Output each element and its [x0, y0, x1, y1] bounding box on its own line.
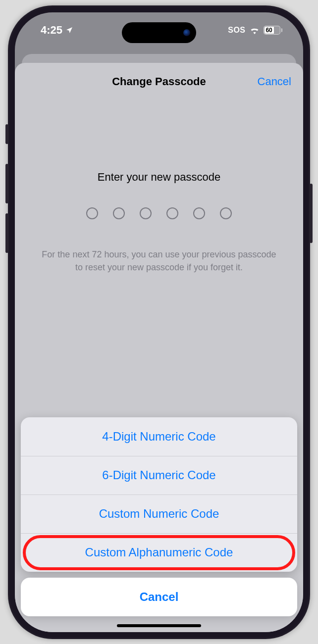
- passcode-dot: [193, 207, 205, 219]
- status-left: 4:25: [41, 24, 73, 37]
- sheet-title: Change Passcode: [112, 75, 206, 88]
- action-sheet-options: 4-Digit Numeric Code 6-Digit Numeric Cod…: [21, 417, 297, 572]
- option-label: Custom Alphanumeric Code: [85, 545, 233, 559]
- passcode-dot: [86, 207, 98, 219]
- option-4-digit-numeric[interactable]: 4-Digit Numeric Code: [21, 417, 297, 456]
- status-time: 4:25: [41, 24, 62, 37]
- home-indicator[interactable]: [117, 624, 201, 627]
- sos-indicator: SOS: [228, 26, 245, 35]
- dynamic-island: [122, 22, 196, 43]
- option-custom-alphanumeric[interactable]: Custom Alphanumeric Code: [21, 533, 297, 572]
- passcode-dot: [220, 207, 232, 219]
- status-right: SOS 60: [228, 26, 282, 35]
- passcode-dot: [166, 207, 178, 219]
- battery-level: 60: [265, 27, 274, 34]
- action-sheet-cancel-button[interactable]: Cancel: [21, 578, 297, 616]
- option-6-digit-numeric[interactable]: 6-Digit Numeric Code: [21, 456, 297, 495]
- silent-switch: [5, 124, 8, 144]
- option-custom-numeric[interactable]: Custom Numeric Code: [21, 495, 297, 533]
- power-button: [310, 184, 313, 243]
- screen: 4:25 SOS 60 Change: [15, 12, 303, 632]
- passcode-prompt: Enter your new passcode: [98, 171, 220, 184]
- cancel-button[interactable]: Cancel: [258, 75, 291, 88]
- volume-up-button: [5, 164, 8, 203]
- passcode-hint: For the next 72 hours, you can use your …: [15, 248, 303, 274]
- passcode-dot: [140, 207, 152, 219]
- battery-indicator: 60: [264, 26, 283, 35]
- volume-down-button: [5, 213, 8, 253]
- passcode-options-action-sheet: 4-Digit Numeric Code 6-Digit Numeric Cod…: [21, 417, 297, 616]
- phone-frame: 4:25 SOS 60 Change: [8, 5, 310, 639]
- passcode-dots[interactable]: [86, 207, 232, 219]
- front-camera: [183, 29, 190, 36]
- wifi-icon: [249, 26, 260, 34]
- passcode-dot: [113, 207, 125, 219]
- sheet-header: Change Passcode Cancel: [15, 63, 303, 100]
- location-icon: [65, 26, 73, 34]
